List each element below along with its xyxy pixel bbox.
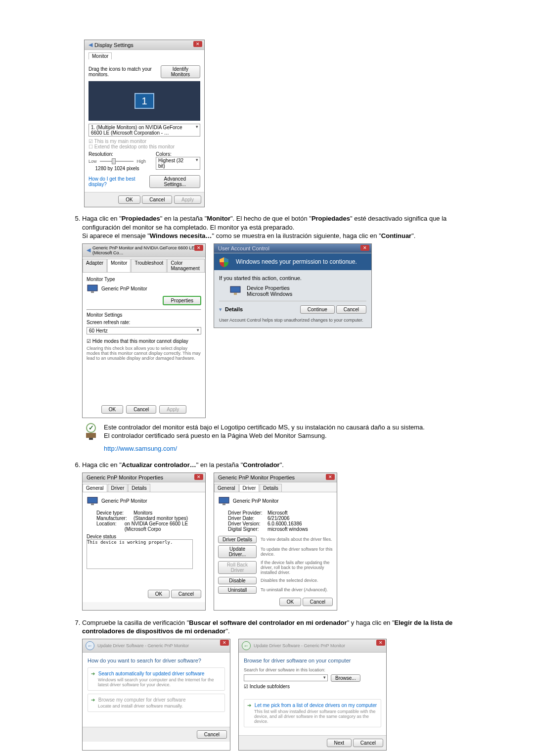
manufacturer-value: (Standard monitor types) (134, 516, 188, 521)
cancel-button[interactable]: Cancel (303, 598, 333, 606)
ok-button[interactable]: OK (148, 590, 170, 598)
details-toggle[interactable]: Details (225, 306, 243, 312)
resolution-label: Resolution: (89, 151, 146, 157)
monitor-icon (87, 496, 98, 506)
close-icon[interactable]: ✕ (220, 640, 229, 646)
close-icon[interactable]: ✕ (193, 41, 202, 47)
monitor-type-label: Monitor Type (87, 277, 201, 282)
tab-monitor[interactable]: Monitor (89, 52, 112, 59)
identify-monitors-button[interactable]: Identify Monitors (161, 65, 200, 78)
browse-button[interactable]: Browse... (331, 674, 360, 682)
pnp-driver-dialog: Generic PnP Monitor Properties ✕ General… (214, 472, 337, 611)
uninstall-button[interactable]: Uninstall (218, 586, 257, 594)
colors-dropdown[interactable]: Highest (32 bit) (156, 157, 200, 170)
colors-label: Colors: (156, 151, 200, 157)
monitor-arrangement-area[interactable]: 1 (89, 81, 200, 121)
tab-driver[interactable]: Driver (239, 484, 260, 492)
wizard-heading: Browse for driver software on your compu… (244, 658, 381, 663)
pick-label: Let me pick from a list of device driver… (255, 703, 377, 708)
cancel-button[interactable]: Cancel (171, 590, 201, 598)
signer-value: microsoft windows (267, 526, 308, 532)
pick-from-list-option[interactable]: ➔ Let me pick from a list of device driv… (244, 699, 381, 727)
svg-rect-4 (86, 433, 96, 438)
text: ". (411, 232, 415, 239)
uac-ms-windows: Microsoft Windows (247, 291, 292, 297)
browse-computer-option[interactable]: ➔ Browse my computer for driver software… (88, 694, 225, 712)
svg-rect-3 (234, 293, 237, 295)
device-name: Generic PnP Monitor (101, 498, 147, 504)
step-5: Haga clic en "Propiedades" en la pestaña… (82, 214, 465, 453)
tab-monitor[interactable]: Monitor (107, 259, 131, 272)
ok-button[interactable]: OK (118, 195, 140, 204)
text: " como se muestra en la ilustración sigu… (212, 232, 381, 239)
monitor-settings-label: Monitor Settings (87, 312, 201, 318)
dialog-titlebar: Generic PnP Monitor Properties ✕ (83, 473, 205, 482)
cancel-button[interactable]: Cancel (142, 195, 172, 204)
text: ". (225, 627, 229, 635)
tab-driver[interactable]: Driver (108, 484, 128, 492)
wizard-breadcrumb: Update Driver Software - Generic PnP Mon… (97, 643, 189, 648)
disable-button[interactable]: Disable (218, 577, 257, 584)
step-6: Haga clic en "Actualizar controlador…" e… (82, 461, 465, 611)
tab-details[interactable]: Details (260, 484, 282, 492)
text-bold: Continuar (381, 232, 411, 239)
resolution-slider[interactable] (100, 161, 134, 162)
monitor-name: Generic PnP Monitor (101, 286, 147, 291)
text: ". El hecho de que el botón " (230, 215, 312, 222)
tab-general[interactable]: General (214, 484, 239, 492)
text-bold: Buscar el software del controlador en mi… (189, 619, 347, 626)
close-icon[interactable]: ✕ (360, 245, 369, 251)
location-value: on NVIDIA GeForce 6600 LE (Microsoft Cor… (125, 521, 201, 532)
cancel-button[interactable]: Cancel (126, 405, 156, 414)
search-auto-option[interactable]: ➔ Search automatically for updated drive… (88, 667, 225, 691)
back-icon: ◀ (87, 247, 90, 253)
close-icon[interactable]: ✕ (326, 474, 335, 480)
cancel-button[interactable]: Cancel (336, 305, 366, 314)
tab-adapter[interactable]: Adapter (83, 259, 107, 272)
update-driver-button[interactable]: Update Driver... (218, 545, 257, 558)
refresh-rate-dropdown[interactable]: 60 Hertz (87, 327, 201, 334)
best-display-link[interactable]: How do I get the best display? (89, 176, 149, 187)
extend-desktop-checkbox-label: Extend the desktop onto this monitor (94, 144, 175, 149)
shield-icon (218, 256, 230, 268)
uac-if-started: If you started this action, continue. (219, 275, 366, 281)
tab-details[interactable]: Details (128, 484, 150, 492)
back-nav-icon[interactable]: ← (86, 641, 94, 650)
text: " en la pestaña " (196, 461, 243, 469)
monitor-1-tile[interactable]: 1 (134, 93, 154, 109)
dialog-title-text: Generic PnP Monitor and NVIDIA GeForce 6… (92, 245, 201, 255)
next-button[interactable]: Next (327, 739, 352, 747)
checkbox-icon: ☐ (89, 144, 93, 149)
svg-rect-8 (219, 497, 229, 503)
dialog-title-text: Generic PnP Monitor Properties (87, 474, 163, 480)
apply-button: Apply (174, 195, 201, 204)
ok-button[interactable]: OK (279, 598, 301, 606)
driver-details-button[interactable]: Driver Details (218, 536, 257, 543)
close-icon[interactable]: ✕ (194, 245, 203, 251)
chevron-down-icon[interactable]: ▾ (219, 306, 222, 313)
tab-color-management[interactable]: Color Management (167, 259, 205, 272)
monitor-properties-dialog: ◀ Generic PnP Monitor and NVIDIA GeForce… (82, 243, 206, 418)
checkbox-icon[interactable]: ☑ (87, 338, 91, 344)
cancel-button[interactable]: Cancel (197, 730, 227, 739)
tab-troubleshoot[interactable]: Troubleshoot (131, 259, 167, 272)
continue-button[interactable]: Continue (300, 305, 335, 314)
pnp-general-dialog: Generic PnP Monitor Properties ✕ General… (82, 472, 206, 611)
properties-button[interactable]: Properties (163, 296, 201, 305)
advanced-settings-button[interactable]: Advanced Settings... (149, 175, 200, 188)
back-nav-icon[interactable]: ← (242, 641, 251, 650)
samsung-link[interactable]: http://www.samsung.com/ (104, 445, 177, 452)
checkbox-icon[interactable]: ☑ (244, 684, 248, 689)
cancel-button[interactable]: Cancel (353, 739, 383, 747)
main-monitor-checkbox-label: This is my main monitor (94, 139, 147, 144)
close-icon[interactable]: ✕ (194, 474, 203, 480)
tab-general[interactable]: General (83, 484, 107, 492)
uac-device-props: Device Properties (247, 285, 292, 291)
close-icon[interactable]: ✕ (376, 640, 385, 646)
text-bold: Actualizar controlador… (122, 461, 196, 469)
monitor-select-dropdown[interactable]: 1. (Multiple Monitors) on NVIDIA GeForce… (89, 124, 200, 137)
path-input[interactable] (244, 674, 328, 681)
rollback-driver-desc: If the device fails after updating the d… (261, 560, 333, 575)
ok-button[interactable]: OK (101, 405, 123, 414)
svg-rect-0 (88, 285, 97, 291)
